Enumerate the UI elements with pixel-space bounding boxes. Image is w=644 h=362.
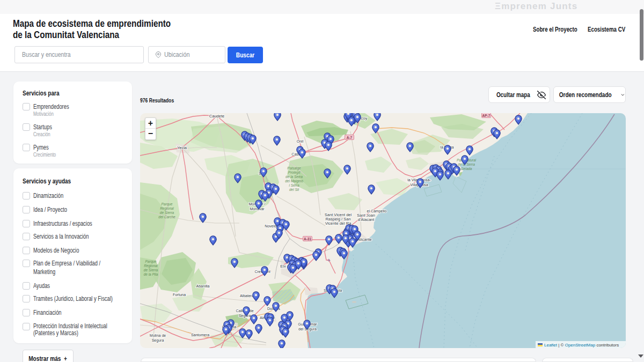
svg-text:Santomera: Santomera [191, 333, 209, 337]
svg-text:A-31: A-31 [304, 237, 311, 241]
svg-text:i Serra: i Serra [289, 183, 299, 187]
svg-text:Yecla: Yecla [177, 145, 187, 150]
svg-text:d'Alacant: d'Alacant [358, 217, 375, 222]
svg-text:Paisatge: Paisatge [287, 166, 301, 171]
svg-text:de la Serra: de la Serra [286, 175, 303, 179]
svg-text:de Sierra: de Sierra [160, 211, 174, 215]
svg-text:Abanilla: Abanilla [196, 284, 210, 288]
svg-text:Segura: Segura [152, 338, 164, 343]
svg-text:de Sierra: de Sierra [144, 268, 158, 272]
svg-text:del Sit: del Sit [289, 188, 299, 191]
svg-text:Caudete: Caudete [209, 114, 224, 119]
svg-text:Gelada: Gelada [461, 167, 472, 171]
svg-text:Parque: Parque [145, 260, 157, 264]
svg-text:de la Pila: de la Pila [144, 272, 158, 276]
svg-text:Albatera: Albatera [240, 294, 254, 298]
svg-text:Segura: Segura [239, 314, 251, 318]
svg-text:AP-7: AP-7 [482, 114, 491, 117]
svg-text:Molina de: Molina de [150, 334, 166, 337]
svg-text:Parque: Parque [162, 202, 173, 206]
svg-text:Onil: Onil [297, 139, 304, 143]
svg-text:✈: ✈ [327, 258, 331, 263]
svg-text:de la Serra: de la Serra [458, 162, 475, 166]
svg-text:Leaflet | © OpenStreetMap cont: Leaflet | © OpenStreetMap contributors [544, 343, 619, 348]
svg-text:Regional: Regional [160, 206, 174, 211]
svg-text:Fortuna: Fortuna [173, 293, 186, 297]
svg-text:del Carche: del Carche [158, 215, 175, 219]
svg-text:del Maigmó: del Maigmó [285, 179, 303, 183]
svg-text:Regional: Regional [144, 264, 158, 268]
svg-text:Protegit: Protegit [288, 171, 301, 175]
svg-text:A-7: A-7 [347, 136, 353, 139]
